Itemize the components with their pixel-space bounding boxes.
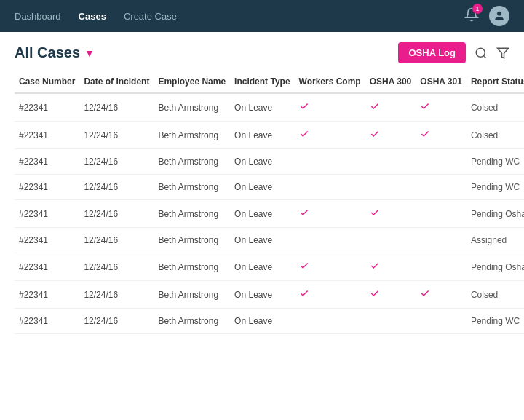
- cell-osha301: [416, 93, 467, 122]
- chevron-down-icon[interactable]: ▼: [84, 47, 95, 59]
- cell-osha300: [365, 228, 416, 253]
- col-report-status: Report Status: [467, 71, 524, 93]
- table-header-row: Case Number Date of Incident Employee Na…: [15, 71, 524, 93]
- cell-case-number: #22341: [15, 175, 79, 200]
- col-date-of-incident: Date of Incident: [79, 71, 154, 93]
- avatar[interactable]: [489, 6, 509, 26]
- cell-date: 12/24/16: [79, 281, 154, 309]
- cell-osha301: [416, 200, 467, 228]
- cell-employee: Beth Armstrong: [154, 93, 230, 122]
- cell-date: 12/24/16: [79, 149, 154, 175]
- cell-date: 12/24/16: [79, 93, 154, 122]
- cell-status: Colsed: [467, 122, 524, 149]
- nav-item-dashboard[interactable]: Dashboard: [15, 11, 61, 22]
- cell-case-number: #22341: [15, 149, 79, 175]
- search-button[interactable]: [475, 47, 488, 60]
- table-row[interactable]: #22341 12/24/16 Beth Armstrong On Leave …: [15, 149, 524, 175]
- cell-case-number: #22341: [15, 228, 79, 253]
- check-icon: [370, 288, 380, 298]
- cell-employee: Beth Armstrong: [154, 281, 230, 309]
- cell-workers-comp: [295, 122, 365, 149]
- table-row[interactable]: #22341 12/24/16 Beth Armstrong On Leave …: [15, 200, 524, 228]
- check-icon: [370, 207, 380, 218]
- check-icon: [299, 129, 309, 139]
- cell-case-number: #22341: [15, 309, 79, 334]
- col-osha-300: OSHA 300: [365, 71, 416, 93]
- search-icon: [475, 47, 488, 60]
- cell-incident: On Leave: [230, 149, 294, 175]
- col-workers-comp: Workers Comp: [295, 71, 365, 93]
- cell-incident: On Leave: [230, 175, 294, 200]
- table-row[interactable]: #22341 12/24/16 Beth Armstrong On Leave …: [15, 253, 524, 281]
- cell-osha300: [365, 175, 416, 200]
- cell-status: Pending Osha 301: [467, 200, 524, 228]
- filter-icon: [496, 47, 509, 60]
- cell-workers-comp: [295, 175, 365, 200]
- cell-incident: On Leave: [230, 122, 294, 149]
- cell-date: 12/24/16: [79, 122, 154, 149]
- page-title: All Cases: [15, 44, 80, 61]
- cell-case-number: #22341: [15, 200, 79, 228]
- cell-incident: On Leave: [230, 253, 294, 281]
- cell-case-number: #22341: [15, 122, 79, 149]
- cell-status: Pending Osha 301: [467, 253, 524, 281]
- cell-employee: Beth Armstrong: [154, 309, 230, 334]
- cell-osha301: [416, 281, 467, 309]
- page-header: All Cases ▼ OSHA Log: [0, 32, 524, 71]
- svg-point-1: [476, 48, 485, 57]
- nav-left: Dashboard Cases Create Case: [15, 11, 177, 22]
- cell-workers-comp: [295, 200, 365, 228]
- check-icon: [420, 288, 430, 298]
- table-row[interactable]: #22341 12/24/16 Beth Armstrong On Leave …: [15, 122, 524, 149]
- cell-status: Colsed: [467, 281, 524, 309]
- cell-date: 12/24/16: [79, 309, 154, 334]
- table-row[interactable]: #22341 12/24/16 Beth Armstrong On Leave …: [15, 281, 524, 309]
- svg-marker-3: [498, 48, 509, 58]
- cell-osha300: [365, 93, 416, 122]
- osha-log-button[interactable]: OSHA Log: [398, 42, 466, 63]
- cell-status: Pending WC: [467, 149, 524, 175]
- cell-employee: Beth Armstrong: [154, 122, 230, 149]
- svg-point-0: [497, 12, 501, 15]
- cell-employee: Beth Armstrong: [154, 149, 230, 175]
- cell-osha300: [365, 122, 416, 149]
- cell-status: Colsed: [467, 93, 524, 122]
- cell-osha300: [365, 253, 416, 281]
- cell-osha301: [416, 309, 467, 334]
- check-icon: [370, 261, 380, 271]
- cell-osha301: [416, 228, 467, 253]
- cell-employee: Beth Armstrong: [154, 175, 230, 200]
- cell-employee: Beth Armstrong: [154, 228, 230, 253]
- page-title-area: All Cases ▼: [15, 44, 95, 61]
- table-row[interactable]: #22341 12/24/16 Beth Armstrong On Leave …: [15, 175, 524, 200]
- col-case-number: Case Number: [15, 71, 79, 93]
- cell-osha301: [416, 149, 467, 175]
- cell-osha301: [416, 175, 467, 200]
- nav-item-create-case[interactable]: Create Case: [124, 11, 177, 22]
- table-row[interactable]: #22341 12/24/16 Beth Armstrong On Leave …: [15, 228, 524, 253]
- notification-badge: 1: [472, 4, 483, 14]
- cell-incident: On Leave: [230, 281, 294, 309]
- col-osha-301: OSHA 301: [416, 71, 467, 93]
- table-row[interactable]: #22341 12/24/16 Beth Armstrong On Leave …: [15, 309, 524, 334]
- check-icon: [370, 129, 380, 139]
- check-icon: [420, 101, 430, 111]
- table-row[interactable]: #22341 12/24/16 Beth Armstrong On Leave …: [15, 93, 524, 122]
- notification-icon[interactable]: 1: [464, 7, 479, 25]
- cell-osha300: [365, 149, 416, 175]
- cell-date: 12/24/16: [79, 228, 154, 253]
- col-employee-name: Employee Name: [154, 71, 230, 93]
- cell-osha300: [365, 281, 416, 309]
- cell-date: 12/24/16: [79, 200, 154, 228]
- filter-button[interactable]: [496, 47, 509, 60]
- cell-incident: On Leave: [230, 309, 294, 334]
- cell-osha300: [365, 200, 416, 228]
- cell-workers-comp: [295, 281, 365, 309]
- cell-incident: On Leave: [230, 200, 294, 228]
- navbar: Dashboard Cases Create Case 1: [0, 0, 524, 32]
- cell-status: Pending WC: [467, 175, 524, 200]
- cell-incident: On Leave: [230, 228, 294, 253]
- nav-item-cases[interactable]: Cases: [79, 11, 106, 22]
- check-icon: [299, 207, 309, 218]
- check-icon: [299, 288, 309, 298]
